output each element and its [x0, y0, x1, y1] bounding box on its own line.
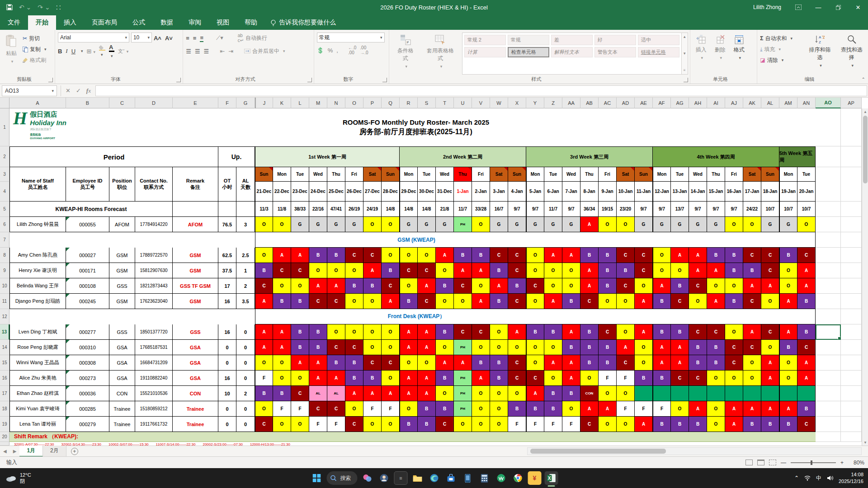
forecast-cell-22[interactable]: 9/7 [653, 202, 671, 217]
shift-cell-8-30[interactable]: C [797, 248, 816, 263]
shift-cell-19-19[interactable]: O [599, 417, 617, 432]
staff-remark-18[interactable]: Trainee [173, 401, 218, 417]
shift-cell-14-3[interactable]: B [309, 340, 327, 355]
staff-remark-13[interactable]: GSS [173, 324, 218, 340]
chat-icon[interactable] [377, 471, 391, 485]
shift-cell-8-8[interactable]: O [400, 248, 418, 263]
shift-cell-19-8[interactable]: B [400, 417, 418, 432]
forecast-cell-3[interactable]: 22/16 [309, 202, 327, 217]
scroll-down-icon[interactable]: ▼ [862, 439, 868, 446]
select-all-corner[interactable] [0, 98, 9, 108]
week-header-5[interactable]: 5th Week 第五周 [779, 146, 816, 167]
shift-cell-13-15[interactable]: B [526, 324, 544, 340]
date-cell-15[interactable]: 5-Jan [526, 182, 544, 202]
forecast-cell-15[interactable]: 9/7 [526, 202, 544, 217]
shift-cell-16-24[interactable]: C [689, 371, 707, 386]
shift-cell-6-29[interactable]: G [779, 217, 797, 232]
shift-cell-9-5[interactable]: O [345, 263, 363, 278]
shift-cell-16-2[interactable]: O [291, 371, 309, 386]
shift-cell-13-8[interactable]: A [400, 324, 418, 340]
italic-button[interactable]: I [66, 47, 67, 55]
shift-cell-6-19[interactable]: O [599, 217, 617, 232]
day-cell-0[interactable]: Sun [255, 167, 273, 182]
col-header-AO[interactable]: AO [816, 98, 841, 108]
shift-cell-11-10[interactable]: O [436, 294, 454, 309]
staff-remark-6[interactable]: AFOM [173, 217, 218, 232]
shift-cell-11-29[interactable]: A [779, 294, 797, 309]
forecast-cell-1[interactable]: 11/8 [273, 202, 291, 217]
shift-cell-8-22[interactable]: O [653, 248, 671, 263]
redo-icon[interactable]: ↷ ⌄ [38, 4, 50, 11]
cell-AO11[interactable] [816, 294, 841, 309]
cell-AP1[interactable] [841, 108, 862, 146]
position-col-header[interactable]: Position职位 [109, 167, 135, 202]
day-cell-13[interactable]: Sat [490, 167, 508, 182]
staff-al-9[interactable]: 1 [236, 263, 255, 278]
staff-al-6[interactable]: 3 [236, 217, 255, 232]
shift-cell-10-21[interactable]: O [635, 278, 653, 294]
cell-AP14[interactable] [841, 340, 862, 355]
cell-AO20[interactable] [816, 432, 841, 442]
forecast-cell-27[interactable]: 24/22 [743, 202, 761, 217]
shift-cell-11-13[interactable]: B [490, 294, 508, 309]
forecast-cell-30[interactable]: 10/7 [797, 202, 816, 217]
shift-cell-10-3[interactable]: A [309, 278, 327, 294]
shift-cell-16-23[interactable]: C [671, 371, 689, 386]
green-app-icon[interactable] [495, 471, 508, 485]
staff-position-10[interactable]: GSS [109, 278, 135, 294]
shift-cell-11-30[interactable]: B [797, 294, 816, 309]
shift-cell-11-8[interactable]: B [400, 294, 418, 309]
shift-cell-19-1[interactable]: O [273, 417, 291, 432]
shift-cell-19-23[interactable]: B [671, 417, 689, 432]
col-header-AL[interactable]: AL [761, 98, 779, 108]
cell-AO14[interactable] [816, 340, 841, 355]
staff-position-13[interactable]: GSS [109, 324, 135, 340]
shift-cell-18-3[interactable]: C [309, 401, 327, 417]
col-header-AC[interactable]: AC [599, 98, 617, 108]
staff-id-16[interactable]: 000273 [66, 371, 109, 386]
shift-cell-15-4[interactable]: B [327, 355, 345, 371]
cell-AO5[interactable] [816, 202, 841, 217]
shift-cell-13-11[interactable]: C [454, 324, 472, 340]
shift-cell-13-26[interactable]: O [725, 324, 743, 340]
shift-cell-18-6[interactable]: F [363, 401, 382, 417]
day-cell-18[interactable]: Thu [580, 167, 599, 182]
shift-cell-11-28[interactable]: O [761, 294, 779, 309]
staff-name-11[interactable]: Django Peng 彭琨皓 [9, 294, 66, 309]
copy-button[interactable]: 复制▾ [23, 44, 47, 54]
shift-cell-16-7[interactable]: O [382, 371, 400, 386]
shift-cell-16-9[interactable]: A [418, 371, 436, 386]
formula-input[interactable] [95, 85, 867, 96]
staff-remark-15[interactable]: GSA [173, 355, 218, 371]
phonetic-icon[interactable]: 文˘▾ [118, 48, 128, 55]
shift-cell-16-12[interactable]: A [472, 371, 490, 386]
search-box[interactable]: 搜索 [327, 471, 358, 485]
shift-cell-9-20[interactable]: B [617, 263, 635, 278]
fill-color-icon[interactable]: ▾ [99, 45, 105, 57]
cell-AO19[interactable] [816, 417, 841, 432]
cell-style-适中[interactable]: 适中 [638, 35, 679, 45]
staff-name-18[interactable]: Kimi Yuan 袁宇峻琦 [9, 401, 66, 417]
staff-al-14[interactable]: 0 [236, 340, 255, 355]
day-cell-16[interactable]: Tue [544, 167, 562, 182]
shift-cell-16-13[interactable]: B [490, 371, 508, 386]
normal-view-icon[interactable] [745, 460, 753, 465]
shift-cell-15-8[interactable]: O [400, 355, 418, 371]
cell-AP10[interactable] [841, 278, 862, 294]
page-break-view-icon[interactable] [769, 460, 776, 465]
staff-ot-6[interactable]: 76.5 [218, 217, 236, 232]
forecast-cell-29[interactable]: 10/7 [779, 202, 797, 217]
excel-taskbar-icon[interactable]: X [545, 471, 558, 485]
staff-al-16[interactable]: 0 [236, 371, 255, 386]
col-header-AK[interactable]: AK [743, 98, 761, 108]
shift-cell-11-14[interactable]: C [508, 294, 526, 309]
remark-col-header[interactable]: Remark备注 [173, 167, 218, 202]
shift-cell-11-23[interactable]: C [671, 294, 689, 309]
font-dialog-launcher[interactable] [176, 78, 181, 82]
shift-cell-6-3[interactable]: G [309, 217, 327, 232]
shift-cell-10-7[interactable]: C [382, 278, 400, 294]
cancel-entry-icon[interactable]: ✕ [66, 87, 71, 94]
shift-cell-18-17[interactable]: O [562, 401, 580, 417]
shift-cell-16-22[interactable]: B [653, 371, 671, 386]
cell-AP7[interactable] [841, 232, 862, 248]
